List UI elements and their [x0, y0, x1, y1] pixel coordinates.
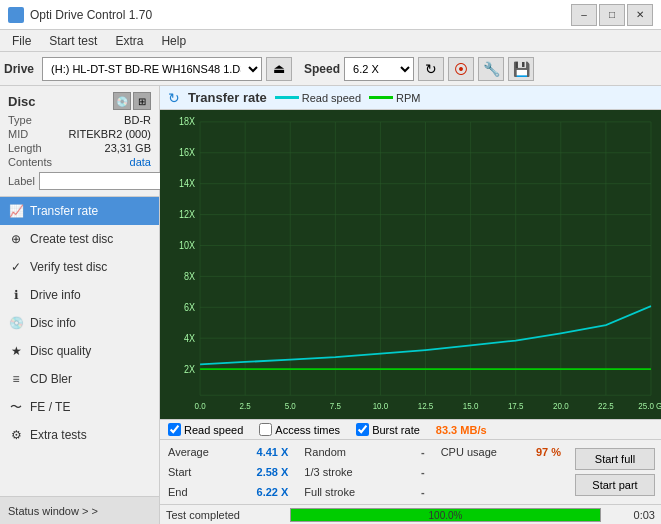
nav-cd-bler-label: CD Bler — [30, 372, 72, 386]
checkbox-access-times[interactable]: Access times — [259, 423, 340, 436]
nav-extra-tests[interactable]: ⚙ Extra tests — [0, 421, 159, 449]
disc-icon-btn[interactable]: 💿 — [113, 92, 131, 110]
status-text: Test completed — [166, 509, 286, 521]
drive-label: Drive — [4, 62, 34, 76]
svg-text:16X: 16X — [179, 147, 195, 159]
nav-transfer-rate-label: Transfer rate — [30, 204, 98, 218]
disc-section-label: Disc — [8, 94, 35, 109]
disc-contents-row: Contents data — [8, 156, 151, 168]
tools-button[interactable]: 🔧 — [478, 57, 504, 81]
svg-text:8X: 8X — [184, 270, 195, 282]
access-times-checkbox[interactable] — [259, 423, 272, 436]
status-window-label: Status window > > — [8, 505, 98, 517]
menu-start-test[interactable]: Start test — [41, 32, 105, 50]
disc-length-row: Length 23,31 GB — [8, 142, 151, 154]
minimize-button[interactable]: – — [571, 4, 597, 26]
main-content: Disc 💿 ⊞ Type BD-R MID RITEKBR2 (000) Le… — [0, 86, 661, 524]
close-button[interactable]: ✕ — [627, 4, 653, 26]
progress-text: 100.0% — [291, 509, 600, 523]
nav-disc-info-label: Disc info — [30, 316, 76, 330]
nav-disc-quality[interactable]: ★ Disc quality — [0, 337, 159, 365]
disc-mid-row: MID RITEKBR2 (000) — [8, 128, 151, 140]
refresh-button[interactable]: ↻ — [418, 57, 444, 81]
stats-full-stroke-row: Full stroke - — [304, 482, 424, 502]
disc-type-row: Type BD-R — [8, 114, 151, 126]
checkbox-read-speed[interactable]: Read speed — [168, 423, 243, 436]
svg-text:14X: 14X — [179, 178, 195, 190]
menu-bar: File Start test Extra Help — [0, 30, 661, 52]
nav-fe-te[interactable]: 〜 FE / TE — [0, 393, 159, 421]
disc-quality-icon: ★ — [8, 343, 24, 359]
stats-area: Average 4.41 X Start 2.58 X End 6.22 X R… — [160, 440, 661, 504]
stats-average-val: 4.41 X — [257, 446, 289, 458]
action-buttons: Start full Start part — [569, 442, 661, 502]
chart-svg: 18X 16X 14X 12X 10X 8X 6X 4X 2X 0.0 2.5 … — [160, 110, 661, 419]
svg-text:25.0 GB: 25.0 GB — [638, 401, 661, 412]
burst-rate-checkbox[interactable] — [356, 423, 369, 436]
drive-select[interactable]: (H:) HL-DT-ST BD-RE WH16NS48 1.D3 — [42, 57, 262, 81]
chart-title: Transfer rate — [188, 90, 267, 105]
nav-transfer-rate[interactable]: 📈 Transfer rate — [0, 197, 159, 225]
speed-select[interactable]: 6.2 X — [344, 57, 414, 81]
nav-fe-te-label: FE / TE — [30, 400, 70, 414]
nav-create-label: Create test disc — [30, 232, 113, 246]
stats-1-3-val: - — [421, 466, 425, 478]
svg-text:4X: 4X — [184, 332, 195, 344]
time-text: 0:03 — [605, 509, 655, 521]
legend-read-speed-label: Read speed — [302, 92, 361, 104]
content-area: ↻ Transfer rate Read speed RPM — [160, 86, 661, 524]
menu-help[interactable]: Help — [153, 32, 194, 50]
menu-extra[interactable]: Extra — [107, 32, 151, 50]
drive-info-icon: ℹ — [8, 287, 24, 303]
disc-extra-btn[interactable]: ⊞ — [133, 92, 151, 110]
stats-empty-2 — [441, 482, 561, 502]
sidebar: Disc 💿 ⊞ Type BD-R MID RITEKBR2 (000) Le… — [0, 86, 160, 524]
checkbox-burst-rate[interactable]: Burst rate — [356, 423, 420, 436]
title-bar: Opti Drive Control 1.70 – □ ✕ — [0, 0, 661, 30]
read-speed-checkbox[interactable] — [168, 423, 181, 436]
nav-drive-info[interactable]: ℹ Drive info — [0, 281, 159, 309]
stats-start-val: 2.58 X — [257, 466, 289, 478]
stats-end-row: End 6.22 X — [168, 482, 288, 502]
fe-te-icon: 〜 — [8, 399, 24, 415]
chart-header: ↻ Transfer rate Read speed RPM — [160, 86, 661, 110]
svg-text:0.0: 0.0 — [195, 401, 206, 412]
svg-text:7.5: 7.5 — [330, 401, 341, 412]
stats-average-row: Average 4.41 X — [168, 442, 288, 462]
nav-extra-tests-label: Extra tests — [30, 428, 87, 442]
stats-full-val: - — [421, 486, 425, 498]
chart-icon: ↻ — [168, 90, 180, 106]
nav-verify-label: Verify test disc — [30, 260, 107, 274]
start-part-button[interactable]: Start part — [575, 474, 655, 496]
chart-checkboxes: Read speed Access times Burst rate 83.3 … — [160, 420, 661, 440]
nav-verify-test-disc[interactable]: ✓ Verify test disc — [0, 253, 159, 281]
nav-cd-bler[interactable]: ≡ CD Bler — [0, 365, 159, 393]
label-row: Label 🏷 — [8, 172, 151, 190]
svg-text:2X: 2X — [184, 363, 195, 375]
rpm-color — [369, 96, 393, 99]
svg-text:2.5: 2.5 — [240, 401, 251, 412]
eject-button[interactable]: ⏏ — [266, 57, 292, 81]
save-button[interactable]: 💾 — [508, 57, 534, 81]
stats-end-val: 6.22 X — [257, 486, 289, 498]
label-input[interactable] — [39, 172, 172, 190]
svg-text:12.5: 12.5 — [418, 401, 434, 412]
legend-read-speed: Read speed — [275, 92, 361, 104]
erase-button[interactable]: ⦿ — [448, 57, 474, 81]
nav-create-test-disc[interactable]: ⊕ Create test disc — [0, 225, 159, 253]
stats-random-val: - — [421, 446, 425, 458]
nav-drive-info-label: Drive info — [30, 288, 81, 302]
stats-cpu-row: CPU usage 97 % — [441, 442, 561, 462]
menu-file[interactable]: File — [4, 32, 39, 50]
legend-rpm: RPM — [369, 92, 420, 104]
maximize-button[interactable]: □ — [599, 4, 625, 26]
svg-text:6X: 6X — [184, 301, 195, 313]
verify-icon: ✓ — [8, 259, 24, 275]
status-window-button[interactable]: Status window > > — [0, 496, 159, 524]
svg-text:22.5: 22.5 — [598, 401, 614, 412]
disc-info-icon: 💿 — [8, 315, 24, 331]
chart-area: 18X 16X 14X 12X 10X 8X 6X 4X 2X 0.0 2.5 … — [160, 110, 661, 419]
svg-rect-0 — [160, 110, 661, 419]
nav-disc-info[interactable]: 💿 Disc info — [0, 309, 159, 337]
start-full-button[interactable]: Start full — [575, 448, 655, 470]
